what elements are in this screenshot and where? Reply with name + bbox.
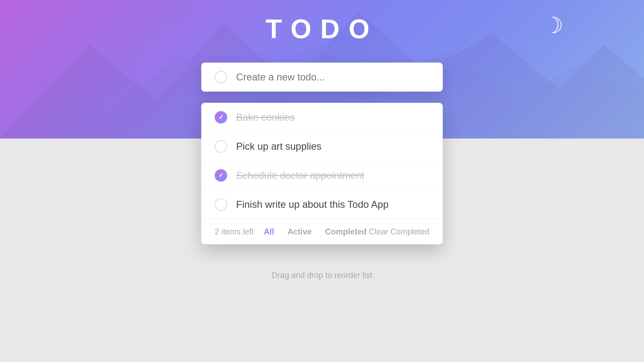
items-left: 2 items left xyxy=(215,227,262,236)
new-todo-input[interactable] xyxy=(236,71,429,83)
todo-item[interactable]: Bake cookies xyxy=(201,103,443,132)
filter-active[interactable]: Active xyxy=(285,226,314,238)
todo-text-3: Schedule doctor appointment xyxy=(236,170,429,181)
todo-list: Bake cookies Pick up art supplies Schedu… xyxy=(201,103,443,244)
main-content: Bake cookies Pick up art supplies Schedu… xyxy=(201,62,443,244)
todo-checkbox-2[interactable] xyxy=(215,140,227,153)
todo-footer: 2 items left All Active Completed Clear … xyxy=(201,219,443,244)
app-title: TODO xyxy=(266,13,378,44)
filter-completed[interactable]: Completed xyxy=(323,226,369,238)
todo-text-4: Finish write up about this Todo App xyxy=(236,199,429,210)
moon-icon[interactable]: ☽ xyxy=(544,12,564,38)
filter-buttons: All Active Completed xyxy=(262,226,369,238)
drag-hint: Drag and drop to reorder list xyxy=(272,271,372,280)
todo-item[interactable]: Pick up art supplies xyxy=(201,132,443,161)
todo-item[interactable]: Finish write up about this Todo App xyxy=(201,190,443,219)
new-todo-card xyxy=(201,62,443,92)
todo-text-2: Pick up art supplies xyxy=(236,141,429,152)
filter-all[interactable]: All xyxy=(262,226,276,238)
clear-completed-button[interactable]: Clear Completed xyxy=(369,227,429,236)
new-todo-checkbox[interactable] xyxy=(215,71,227,83)
todo-text-1: Bake cookies xyxy=(236,112,429,123)
todo-checkbox-4[interactable] xyxy=(215,198,227,211)
todo-item[interactable]: Schedule doctor appointment xyxy=(201,161,443,190)
todo-checkbox-1[interactable] xyxy=(215,111,227,124)
todo-checkbox-3[interactable] xyxy=(215,169,227,182)
